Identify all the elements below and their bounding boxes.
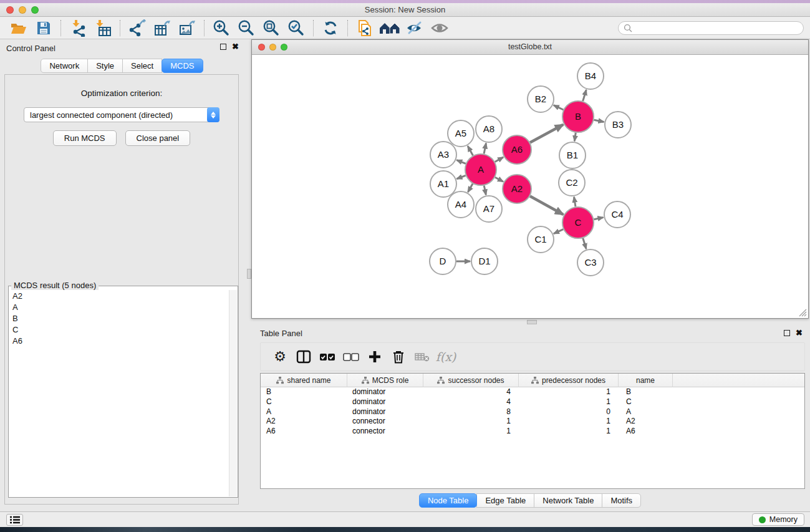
node-D[interactable]: D bbox=[430, 248, 456, 274]
node-A7[interactable]: A7 bbox=[476, 196, 502, 222]
zoom-fit-button[interactable] bbox=[259, 19, 284, 37]
node-C4[interactable]: C4 bbox=[604, 201, 630, 228]
edge-A-A2[interactable] bbox=[495, 177, 503, 181]
add-column-button[interactable] bbox=[364, 347, 385, 367]
float-table-panel-icon[interactable] bbox=[784, 330, 790, 336]
cell[interactable]: C bbox=[261, 397, 347, 407]
float-panel-icon[interactable] bbox=[220, 44, 226, 50]
edge-A6-B[interactable] bbox=[530, 125, 563, 143]
tab-style[interactable]: Style bbox=[87, 59, 123, 73]
mcds-result-item[interactable]: A bbox=[9, 301, 229, 312]
node-C[interactable]: C bbox=[562, 207, 594, 238]
delete-table-button[interactable] bbox=[412, 347, 433, 367]
close-panel-icon[interactable]: ✖ bbox=[232, 44, 239, 50]
mcds-result-item[interactable]: B bbox=[9, 312, 229, 324]
cell[interactable]: connector bbox=[347, 427, 423, 437]
table-row-A2[interactable]: A2connector11A2 bbox=[261, 417, 804, 427]
edge-A-A4[interactable] bbox=[468, 184, 473, 192]
duplicate-network-button[interactable] bbox=[352, 19, 377, 37]
export-network-button[interactable] bbox=[125, 19, 150, 37]
export-table-button[interactable] bbox=[150, 19, 175, 37]
first-neighbors-button[interactable] bbox=[377, 19, 402, 37]
node-B4[interactable]: B4 bbox=[577, 63, 604, 89]
select-all-button[interactable] bbox=[317, 347, 338, 367]
column-layout-button[interactable] bbox=[293, 347, 314, 367]
hide-selected-button[interactable] bbox=[402, 19, 427, 37]
node-A5[interactable]: A5 bbox=[448, 120, 474, 147]
show-all-button[interactable] bbox=[427, 19, 452, 37]
zoom-selected-button[interactable] bbox=[284, 19, 309, 37]
import-network-button[interactable] bbox=[65, 19, 90, 37]
edge-A-A8[interactable] bbox=[484, 143, 486, 154]
search-box[interactable] bbox=[618, 21, 804, 35]
cell[interactable]: A bbox=[261, 407, 347, 417]
node-A6[interactable]: A6 bbox=[503, 135, 531, 164]
edge-B-B1[interactable] bbox=[574, 133, 576, 142]
cell[interactable]: dominator bbox=[347, 397, 423, 407]
edge-C-C2[interactable] bbox=[574, 197, 576, 207]
cell[interactable]: connector bbox=[347, 417, 423, 427]
node-D1[interactable]: D1 bbox=[471, 248, 498, 274]
cell[interactable]: 1 bbox=[519, 387, 619, 397]
edge-B-B3[interactable] bbox=[594, 120, 604, 122]
edge-C-C4[interactable] bbox=[594, 218, 603, 220]
delete-column-button[interactable] bbox=[388, 347, 409, 367]
criterion-select[interactable]: largest connected component (directed) bbox=[24, 107, 219, 122]
edge-B-B2[interactable] bbox=[554, 105, 564, 110]
node-B3[interactable]: B3 bbox=[605, 112, 631, 138]
cell[interactable]: A6 bbox=[261, 427, 347, 437]
network-canvas[interactable]: B4B2BB3A5A8A6A3B1AA1C2A2A4A7C4CC1C3DD1 bbox=[253, 56, 808, 317]
cell[interactable]: 0 bbox=[519, 407, 619, 417]
table-row-C[interactable]: Cdominator41C bbox=[261, 397, 804, 407]
cell[interactable]: dominator bbox=[347, 387, 423, 397]
edge-A-A5[interactable] bbox=[468, 146, 473, 155]
mcds-result-item[interactable]: C bbox=[9, 324, 229, 335]
tab-mcds[interactable]: MCDS bbox=[162, 59, 203, 73]
close-panel-button[interactable]: Close panel bbox=[125, 130, 191, 146]
node-A1[interactable]: A1 bbox=[430, 171, 456, 197]
edge-A-A3[interactable] bbox=[456, 160, 466, 164]
cell[interactable]: 1 bbox=[519, 417, 619, 427]
column-header-successor-nodes[interactable]: successor nodes bbox=[423, 374, 519, 387]
memory-button[interactable]: Memory bbox=[752, 513, 804, 526]
cell[interactable]: A6 bbox=[619, 427, 673, 437]
cell[interactable]: 1 bbox=[519, 427, 619, 437]
node-A[interactable]: A bbox=[465, 154, 496, 185]
function-builder-button[interactable]: f(x) bbox=[435, 347, 456, 367]
cell[interactable]: 1 bbox=[423, 417, 519, 427]
tab-motifs[interactable]: Motifs bbox=[602, 493, 641, 508]
node-B2[interactable]: B2 bbox=[528, 86, 554, 112]
open-file-button[interactable] bbox=[6, 19, 31, 37]
node-A8[interactable]: A8 bbox=[476, 116, 502, 142]
cell[interactable]: 8 bbox=[423, 407, 519, 417]
node-A4[interactable]: A4 bbox=[448, 191, 474, 218]
edge-C-C3[interactable] bbox=[583, 238, 586, 249]
node-A3[interactable]: A3 bbox=[430, 142, 456, 168]
vertical-divider-handle[interactable] bbox=[247, 269, 251, 279]
task-history-button[interactable] bbox=[6, 514, 23, 526]
cell[interactable]: A2 bbox=[619, 417, 673, 427]
horizontal-divider-handle[interactable] bbox=[527, 320, 537, 324]
edge-A2-C[interactable] bbox=[530, 196, 563, 215]
search-input[interactable] bbox=[635, 24, 798, 32]
node-C2[interactable]: C2 bbox=[559, 170, 585, 196]
mcds-result-item[interactable]: A2 bbox=[9, 290, 229, 301]
table-row-B[interactable]: Bdominator41B bbox=[261, 387, 804, 397]
cell[interactable]: dominator bbox=[347, 407, 423, 417]
cell[interactable]: B bbox=[261, 387, 347, 397]
tab-network-table[interactable]: Network Table bbox=[534, 493, 602, 508]
cell[interactable]: C bbox=[619, 397, 673, 407]
export-image-button[interactable] bbox=[175, 19, 200, 37]
zoom-in-button[interactable] bbox=[209, 19, 234, 37]
tab-select[interactable]: Select bbox=[122, 59, 162, 73]
cell[interactable]: A2 bbox=[261, 417, 347, 427]
edge-B-B4[interactable] bbox=[583, 90, 587, 101]
node-B1[interactable]: B1 bbox=[559, 142, 586, 168]
save-session-button[interactable] bbox=[31, 19, 56, 37]
tab-node-table[interactable]: Node Table bbox=[419, 493, 478, 508]
tab-network[interactable]: Network bbox=[41, 59, 88, 73]
mcds-result-scrollbar[interactable] bbox=[229, 290, 237, 496]
cell[interactable]: 1 bbox=[423, 427, 519, 437]
edge-A-A6[interactable] bbox=[495, 157, 503, 162]
node-A2[interactable]: A2 bbox=[503, 175, 531, 203]
